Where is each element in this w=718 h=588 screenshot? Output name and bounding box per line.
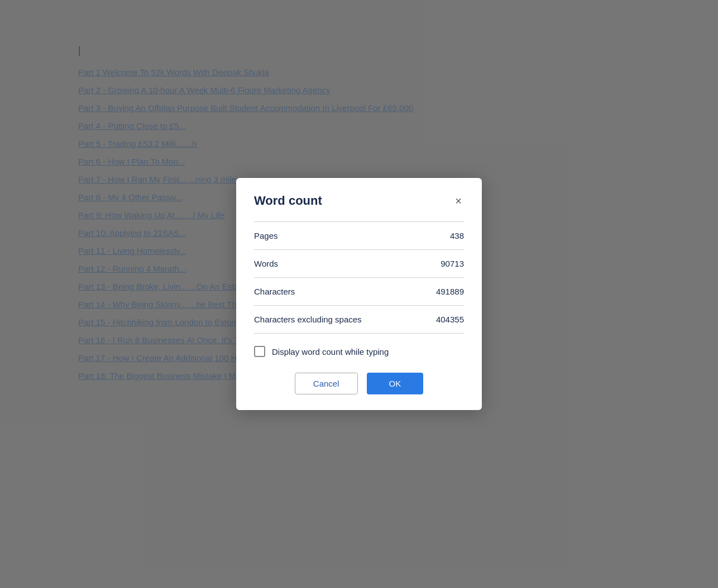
stat-row: Characters excluding spaces404355 xyxy=(254,306,464,334)
stat-value: 404355 xyxy=(436,315,464,324)
modal-buttons: Cancel OK xyxy=(254,373,464,394)
stat-value: 90713 xyxy=(441,259,464,268)
ok-button[interactable]: OK xyxy=(367,373,424,394)
close-button[interactable]: × xyxy=(453,194,464,208)
stat-label: Characters excluding spaces xyxy=(254,315,362,324)
modal-title: Word count xyxy=(254,194,322,208)
stat-row: Words90713 xyxy=(254,250,464,278)
display-word-count-checkbox[interactable] xyxy=(254,346,265,357)
stat-label: Characters xyxy=(254,287,295,296)
word-count-modal: Word count × Pages438Words90713Character… xyxy=(236,178,482,410)
modal-overlay: Word count × Pages438Words90713Character… xyxy=(0,0,718,588)
modal-header: Word count × xyxy=(254,194,464,208)
stat-row: Pages438 xyxy=(254,221,464,250)
stat-label: Words xyxy=(254,259,278,268)
stat-value: 491889 xyxy=(436,287,464,296)
stats-container: Pages438Words90713Characters491889Charac… xyxy=(254,221,464,334)
checkbox-row: Display word count while typing xyxy=(254,346,464,357)
stat-row: Characters491889 xyxy=(254,278,464,306)
stat-label: Pages xyxy=(254,231,278,240)
stat-value: 438 xyxy=(450,231,464,240)
cancel-button[interactable]: Cancel xyxy=(295,373,358,394)
checkbox-label[interactable]: Display word count while typing xyxy=(272,347,389,356)
